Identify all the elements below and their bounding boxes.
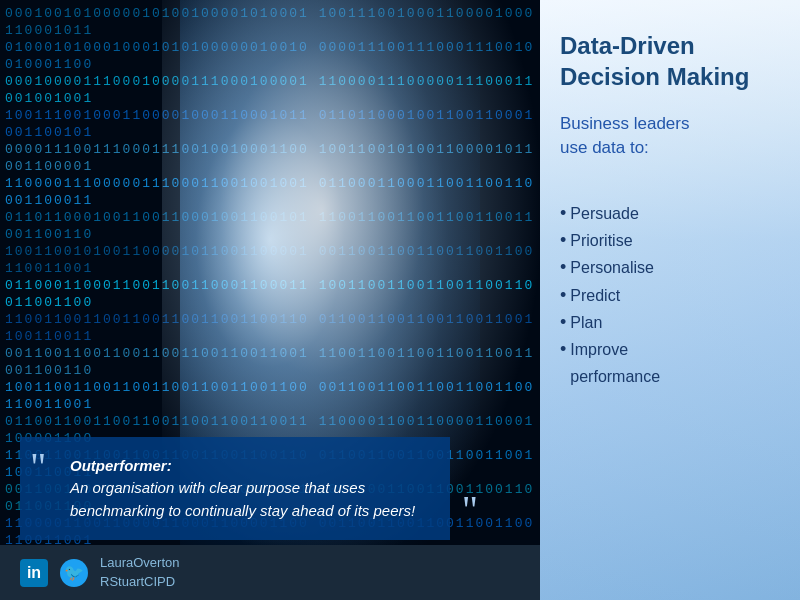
bullet-dot: • [560,227,566,254]
right-panel: Data-Driven Decision Making Business lea… [540,0,800,600]
bullet-dot: • [560,309,566,336]
linkedin-icon[interactable]: in [20,559,48,587]
social-names: LauraOverton RStuartCIPD [100,554,180,590]
left-panel: 0001001010000010100100001010001 10011100… [0,0,540,600]
bottom-bar: in 🐦 LauraOverton RStuartCIPD [0,545,540,600]
quote-text: Outperformer: An organisation with clear… [70,455,428,523]
list-item: • Improveperformance [560,336,780,390]
main-title: Data-Driven Decision Making [560,30,780,92]
quote-author: Outperformer: [70,457,172,474]
list-item: • Persuade [560,200,780,227]
list-item: • Prioritise [560,227,780,254]
quote-mark-right: " [462,490,478,530]
slide-container: 0001001010000010100100001010001 10011100… [0,0,800,600]
quote-body: An organisation with clear purpose that … [70,479,415,519]
quote-mark-left: " [30,447,46,487]
quote-box: " Outperformer: An organisation with cle… [20,437,450,541]
twitter-icon[interactable]: 🐦 [60,559,88,587]
bullet-dot: • [560,200,566,227]
bullet-dot: • [560,254,566,281]
bullet-dot: • [560,282,566,309]
list-item: • Plan [560,309,780,336]
list-item: • Predict [560,282,780,309]
title-section: Data-Driven Decision Making Business lea… [560,30,780,175]
bullet-dot: • [560,336,566,363]
social-name-1: LauraOverton [100,554,180,572]
list-item: • Personalise [560,254,780,281]
bullet-list: • Persuade • Prioritise • Personalise • … [560,200,780,390]
social-name-2: RStuartCIPD [100,573,180,591]
subtitle: Business leaders use data to: [560,112,780,160]
